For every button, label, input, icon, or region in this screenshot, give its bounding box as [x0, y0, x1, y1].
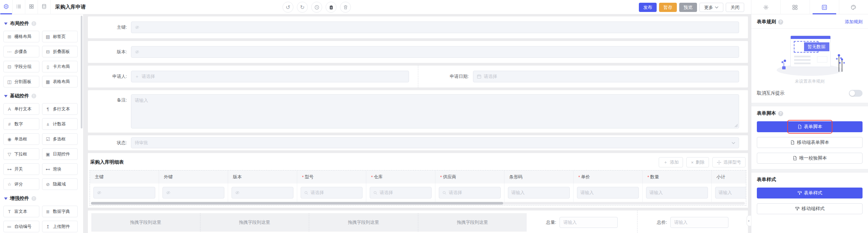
- sidebar-item-switch[interactable]: ⊶开关: [3, 163, 39, 175]
- cell-hidden-input[interactable]: [232, 187, 293, 198]
- apply-date-picker[interactable]: 请选择: [473, 71, 739, 82]
- sidebar-item-radio[interactable]: ◉单选框: [3, 133, 39, 145]
- tab-settings[interactable]: [751, 0, 781, 14]
- sidebar-item-date-picker[interactable]: ▣日期控件: [42, 148, 78, 160]
- sidebar-item-checkbox[interactable]: ☑多选框: [42, 133, 78, 145]
- cell-select[interactable]: 请选择: [301, 187, 363, 198]
- help-icon[interactable]: [778, 111, 783, 116]
- field-label: 版本:: [88, 49, 131, 55]
- sidebar-item-split-panel[interactable]: ◫分割面板: [3, 76, 39, 87]
- sidebar-item-label: 富文本: [14, 209, 27, 215]
- tab-form-settings[interactable]: [810, 0, 839, 14]
- panel-collapse-handle[interactable]: ▸: [747, 215, 751, 226]
- drag-field-placeholder[interactable]: 拖拽字段到这里: [418, 213, 527, 232]
- help-icon[interactable]: [778, 19, 783, 25]
- clear-button[interactable]: [326, 2, 337, 13]
- cell-select[interactable]: 请选择: [439, 187, 501, 198]
- sidebar-item-grid-layout[interactable]: ⊞栅格布局: [3, 31, 39, 42]
- tab-widgets-panel[interactable]: [781, 0, 810, 14]
- sidebar-item-collapse-panel[interactable]: ⊟折叠面板: [42, 46, 78, 57]
- cell-input[interactable]: 请输入: [646, 187, 708, 198]
- undo-button[interactable]: ↺: [282, 2, 293, 13]
- drag-field-placeholder[interactable]: 拖拽字段到这里: [309, 213, 418, 232]
- tab-theme[interactable]: [839, 0, 868, 14]
- mutex-toggle[interactable]: [849, 90, 863, 97]
- delete-row-button[interactable]: ×删除: [686, 157, 709, 167]
- sidebar-section-header[interactable]: 基础控件: [4, 93, 77, 99]
- cell-placeholder: 请输入: [580, 190, 594, 196]
- sidebar-item-upload-attachment[interactable]: ↥上传附件: [42, 221, 78, 232]
- sidebar-item-steps[interactable]: ⋯步骤条: [3, 46, 39, 57]
- status-select[interactable]: 待审批: [131, 137, 739, 148]
- sidebar-item-rich-text[interactable]: T富文本: [3, 206, 39, 217]
- mutex-toggle-row: 取消互斥提示: [757, 89, 863, 103]
- add-row-button[interactable]: ＋添加: [659, 157, 683, 167]
- form-style-button[interactable]: 表单样式: [757, 188, 863, 198]
- close-button[interactable]: 关闭: [726, 3, 744, 12]
- version-input[interactable]: [131, 46, 739, 58]
- tab-widgets[interactable]: [25, 0, 38, 14]
- sidebar-item-table-layout[interactable]: ▦表格布局: [42, 76, 78, 87]
- total-quantity-input[interactable]: 请输入: [560, 217, 618, 228]
- sidebar-item-number[interactable]: #数字: [3, 118, 39, 130]
- sidebar-section-header[interactable]: 布局控件: [4, 20, 77, 27]
- sidebar-item-hidden-field[interactable]: ⊘隐藏域: [42, 178, 78, 190]
- tab-outline-list[interactable]: [13, 0, 25, 14]
- sidebar-section-header[interactable]: 增强控件: [4, 195, 77, 202]
- applicant-picker[interactable]: ＋ 请选择: [131, 71, 409, 82]
- move-icon: [717, 160, 721, 165]
- footer-row: 拖拽字段到这里拖拽字段到这里拖拽字段到这里拖拽字段到这里 总量: 请输入 总价:…: [88, 210, 748, 233]
- history-button[interactable]: [311, 2, 322, 13]
- cell-hidden-input[interactable]: [162, 187, 224, 198]
- horizontal-scrollbar-thumb[interactable]: [91, 202, 503, 205]
- remark-textarea[interactable]: 请输入: [131, 94, 739, 128]
- form-script-button[interactable]: 表单脚本: [757, 121, 863, 132]
- field-row-version[interactable]: 版本:: [88, 41, 748, 63]
- mobile-style-button[interactable]: 移动端样式: [757, 203, 863, 214]
- trash-button[interactable]: [340, 2, 351, 13]
- more-button[interactable]: 更多: [699, 3, 723, 12]
- remark-placeholder: 请输入: [135, 98, 148, 103]
- cell-input[interactable]: 请输入: [715, 187, 746, 198]
- sidebar-item-rating[interactable]: ☆评分: [3, 178, 39, 190]
- sidebar-item-multi-line-text[interactable]: ¶多行文本: [42, 103, 78, 115]
- sidebar-item-label: 分割面板: [14, 79, 31, 85]
- tab-database[interactable]: [38, 0, 51, 14]
- sidebar-item-auto-number[interactable]: ≔自动编号: [3, 221, 39, 232]
- drag-field-placeholder[interactable]: 拖拽字段到这里: [200, 213, 309, 232]
- sidebar-item-dropdown[interactable]: ▽下拉框: [3, 148, 39, 160]
- cell-input[interactable]: 请输入: [577, 187, 639, 198]
- component-icon: [3, 4, 9, 11]
- field-applicant[interactable]: 申请人: ＋ 请选择: [88, 66, 418, 87]
- sidebar-item-data-dictionary[interactable]: ≣数据字典: [42, 206, 78, 217]
- sidebar-item-field-group[interactable]: ⊡字段分组: [3, 61, 39, 72]
- resize-handle-icon[interactable]: [735, 124, 738, 127]
- preview-button[interactable]: 预览: [679, 3, 697, 12]
- sidebar-item-card-layout[interactable]: ▯卡片布局: [42, 61, 78, 72]
- sidebar-item-counter[interactable]: ±计数器: [42, 118, 78, 130]
- cell-select[interactable]: 请选择: [370, 187, 432, 198]
- unique-validation-script-button[interactable]: 唯一校验脚本: [757, 153, 863, 164]
- sidebar-scrollbar[interactable]: [81, 16, 82, 128]
- stage-button[interactable]: 暂存: [659, 3, 677, 12]
- choose-model-button[interactable]: 选择型号: [712, 157, 746, 167]
- cell-hidden-input[interactable]: [93, 187, 155, 198]
- field-apply-date[interactable]: 申请日期: 请选择: [418, 66, 748, 87]
- drag-field-placeholder[interactable]: 拖拽字段到这里: [91, 213, 200, 232]
- cell-input[interactable]: 请输入: [508, 187, 570, 198]
- cell-placeholder: 请选择: [311, 190, 324, 196]
- add-rule-link[interactable]: 添加规则: [845, 19, 863, 25]
- total-price-input[interactable]: 请输入: [670, 217, 728, 228]
- sidebar-item-tabs[interactable]: ▤标签页: [42, 31, 78, 42]
- redo-button[interactable]: ↻: [297, 2, 308, 13]
- pk-input[interactable]: [131, 22, 739, 33]
- sidebar-item-slider[interactable]: ⊷滑块: [42, 163, 78, 175]
- field-row-pk[interactable]: 主键:: [88, 16, 748, 38]
- field-row-remark[interactable]: 备注: 请输入: [88, 90, 748, 133]
- table-cell: [90, 183, 159, 202]
- sidebar-item-single-line-text[interactable]: A单行文本: [3, 103, 39, 115]
- tab-component-designer[interactable]: [0, 0, 13, 14]
- field-row-status[interactable]: 状态: 待审批: [88, 135, 748, 150]
- publish-button[interactable]: 发布: [639, 3, 657, 12]
- mobile-form-script-button[interactable]: 移动端表单脚本: [757, 137, 863, 148]
